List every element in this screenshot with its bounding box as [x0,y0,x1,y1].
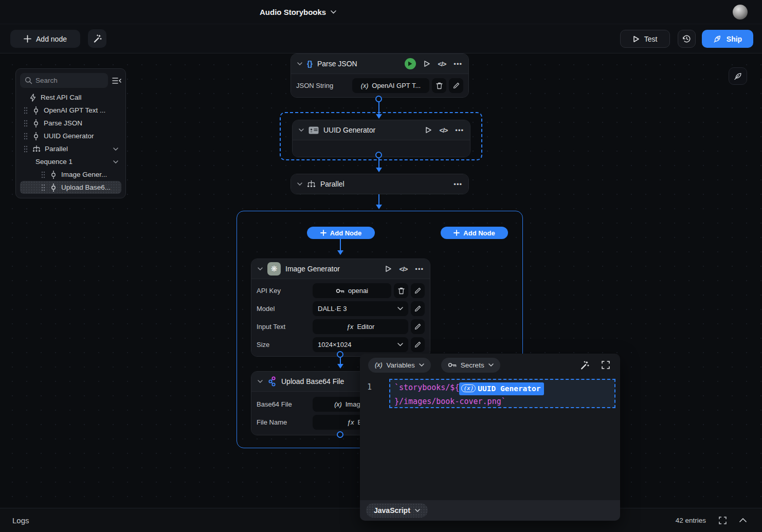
sidebar-item-upload-base64[interactable]: Upload Base6... [20,181,121,194]
json-string-value-chip[interactable]: (x) OpenAI GPT T... [352,78,429,93]
add-node-branch-right-button[interactable]: Add Node [441,227,508,239]
drag-handle-icon[interactable] [23,145,28,153]
node-parse-json[interactable]: {} Parse JSON </> ••• JSON String (x) Op… [291,53,469,98]
chevron-down-icon[interactable] [113,160,118,163]
run-node-icon[interactable] [424,60,430,67]
pencil-icon [414,287,421,294]
line-number: 1 [360,376,389,494]
chevron-down-icon [488,363,494,366]
run-success-button[interactable] [405,58,416,69]
chevron-up-icon[interactable] [739,518,747,522]
input-text-editor-chip[interactable]: ƒx Editor [313,319,408,334]
node-title: Parse JSON [317,60,357,68]
key-icon [336,288,344,294]
connector-port[interactable] [337,431,343,438]
collapse-chevron-icon[interactable] [258,380,263,383]
edit-value-button[interactable] [411,283,425,298]
avatar[interactable] [733,5,748,20]
node-commit-icon [32,132,40,140]
edge-arrow [337,250,343,255]
sidebar-item-parse-json[interactable]: Parse JSON [20,117,121,130]
parallel-icon [32,145,41,153]
ship-button[interactable]: Ship [702,30,753,48]
more-options-icon[interactable]: ••• [415,265,424,273]
node-title: Upload Base64 File [281,377,344,386]
expand-logs-icon[interactable] [719,517,727,524]
connector-port[interactable] [375,96,382,102]
drag-handle-icon[interactable] [23,133,28,140]
add-node-button[interactable]: Add node [10,30,80,48]
top-bar: Audio Storybooks [0,0,762,24]
node-uuid-generator[interactable]: UUID Generator </> ••• [292,120,470,157]
chevron-down-icon[interactable] [113,148,118,151]
collapse-chevron-icon[interactable] [297,182,302,186]
size-select[interactable]: 1024×1024 [313,337,408,352]
code-editor-content[interactable]: `storybooks/${(x)UUID Generator }/images… [389,379,615,408]
add-node-label: Add node [36,35,67,43]
edit-value-button[interactable] [411,319,425,334]
collapse-chevron-icon[interactable] [299,129,304,132]
sidebar-item-sequence-1[interactable]: Sequence 1 [20,155,121,168]
view-code-icon[interactable]: </> [440,126,448,134]
uuid-generator-variable-chip[interactable]: (x)UUID Generator [459,382,543,395]
edge-arrow [376,205,382,209]
drag-handle-icon[interactable] [23,120,28,127]
history-button[interactable] [678,30,696,48]
drag-handle-icon[interactable] [23,107,28,114]
more-options-icon[interactable]: ••• [455,126,464,134]
search-field [20,73,108,88]
pencil-icon [414,323,421,330]
run-node-icon[interactable] [425,126,432,134]
node-image-generator[interactable]: ❋ Image Generator </> ••• API Key openai [251,259,430,357]
variables-dropdown[interactable]: (x) Variables [368,358,431,373]
field-label: Size [257,341,310,348]
node-parallel[interactable]: Parallel ••• [291,174,469,194]
edit-value-button[interactable] [411,301,425,316]
edge-line [340,358,341,364]
delete-value-button[interactable] [394,283,408,298]
more-options-icon[interactable]: ••• [453,180,462,188]
magic-wand-button[interactable] [88,29,106,48]
parallel-icon [307,180,316,188]
view-code-icon[interactable]: </> [400,265,408,273]
run-node-icon[interactable] [385,265,392,272]
drag-handle-icon[interactable] [41,184,46,191]
key-icon [448,362,457,368]
view-code-icon[interactable]: </> [438,60,446,68]
plus-icon [453,230,460,236]
delete-value-button[interactable] [432,78,446,93]
connector-port[interactable] [375,152,382,158]
collapse-chevron-icon[interactable] [258,267,263,270]
test-button[interactable]: Test [620,30,670,48]
drag-handle-icon[interactable] [41,171,46,178]
api-key-value-chip[interactable]: openai [313,283,391,298]
field-label: File Name [257,418,310,426]
secrets-dropdown[interactable]: Secrets [441,358,500,373]
edit-value-button[interactable] [449,78,463,93]
sidebar-item-parallel[interactable]: Parallel [20,142,121,155]
connector-port[interactable] [337,351,343,358]
language-dropdown[interactable]: JavaScript [366,503,428,518]
sidebar-item-openai-gpt-text[interactable]: OpenAI GPT Text ... [20,104,121,117]
collapse-panel-icon[interactable] [112,77,121,85]
flow-title-menu[interactable]: Audio Storybooks [260,0,336,24]
openai-logo-icon: ❋ [267,262,281,276]
expression-editor-panel: (x) Variables Secrets 1 `storybooks/${(x… [360,354,620,521]
collapse-chevron-icon[interactable] [297,62,302,65]
history-icon [682,34,692,44]
more-options-icon[interactable]: ••• [453,60,462,68]
fullscreen-icon[interactable] [602,361,610,369]
sidebar-item-uuid-generator[interactable]: UUID Generator [20,130,121,142]
editor-footer: JavaScript [360,500,620,521]
edit-value-button[interactable] [411,337,425,352]
sidebar-item-rest-api-call[interactable]: Rest API Call [20,91,121,104]
upload-molecule-icon [267,376,277,387]
sidebar-item-image-generator[interactable]: Image Gener... [20,168,121,181]
fx-icon: ƒx [347,323,354,331]
model-select[interactable]: DALL·E 3 [313,301,408,316]
search-input[interactable] [20,73,108,88]
add-node-branch-left-button[interactable]: Add Node [307,227,375,239]
logs-entries-count: 42 entries [676,517,706,524]
magic-wand-icon[interactable] [579,360,589,370]
annotate-button[interactable] [729,67,747,85]
